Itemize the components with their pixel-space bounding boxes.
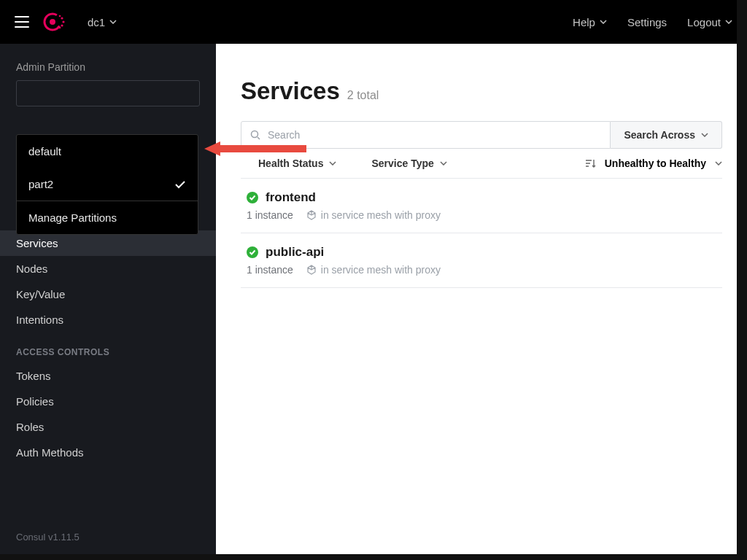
sidebar-item-intentions[interactable]: Intentions	[0, 307, 216, 332]
search-input[interactable]	[268, 129, 601, 141]
sidebar-item-tokens[interactable]: Tokens	[0, 363, 216, 389]
sidebar-item-policies[interactable]: Policies	[0, 389, 216, 414]
search-across-button[interactable]: Search Across	[611, 121, 722, 149]
status-healthy-icon	[247, 246, 258, 258]
chevron-down-icon	[715, 161, 722, 166]
chevron-down-icon	[701, 133, 708, 137]
partition-selector[interactable]	[16, 80, 200, 106]
checkmark-icon	[174, 180, 186, 189]
chevron-down-icon	[725, 20, 732, 24]
page-title: Services 2 total	[241, 77, 722, 105]
settings-link[interactable]: Settings	[627, 16, 667, 28]
service-name: frontend	[266, 190, 316, 205]
mesh-info: in service mesh with proxy	[306, 209, 441, 221]
sort-icon	[584, 158, 596, 168]
sort-control[interactable]: Unhealthy to Healthy	[584, 158, 722, 169]
datacenter-label: dc1	[88, 16, 105, 28]
status-healthy-icon	[247, 192, 258, 203]
partition-option-default[interactable]: default	[17, 135, 198, 168]
menu-icon[interactable]	[15, 16, 29, 28]
service-meta: 1 instance in service mesh with proxy	[247, 209, 716, 221]
topbar: dc1 Help Settings Logout	[0, 0, 747, 44]
logout-link[interactable]: Logout	[687, 16, 732, 28]
nav-section: Services Nodes Key/Value Intentions ACCE…	[0, 230, 216, 465]
sidebar-item-roles[interactable]: Roles	[0, 414, 216, 440]
service-row[interactable]: frontend 1 instance in service mesh with…	[241, 179, 722, 233]
frame-edge	[0, 554, 747, 560]
topbar-right: Help Settings Logout	[573, 16, 732, 28]
service-count: 2 total	[347, 89, 379, 102]
chevron-down-icon	[440, 161, 447, 166]
search-icon	[250, 130, 260, 140]
partition-label: Admin Partition	[0, 61, 216, 80]
filter-service-type[interactable]: Service Type	[371, 158, 446, 169]
access-controls-header: ACCESS CONTROLS	[0, 332, 216, 363]
topbar-left: dc1	[15, 10, 117, 34]
service-head: frontend	[247, 190, 716, 205]
search-row: Search Across	[241, 121, 722, 149]
mesh-info: in service mesh with proxy	[306, 264, 441, 276]
help-link[interactable]: Help	[573, 16, 607, 28]
svg-point-7	[252, 131, 258, 138]
sidebar-item-keyvalue[interactable]: Key/Value	[0, 281, 216, 307]
frame-edge	[737, 0, 747, 560]
mesh-icon	[306, 265, 317, 275]
chevron-down-icon	[600, 20, 607, 24]
main-content: Services 2 total Search Across Health St…	[216, 44, 747, 560]
svg-point-5	[59, 15, 61, 18]
annotation-arrow-icon	[204, 140, 306, 158]
instance-count: 1 instance	[247, 264, 293, 276]
sidebar-item-authmethods[interactable]: Auth Methods	[0, 440, 216, 465]
filter-health-status[interactable]: Health Status	[258, 158, 336, 169]
manage-partitions-link[interactable]: Manage Partitions	[17, 201, 198, 234]
mesh-icon	[306, 210, 317, 220]
chevron-down-icon	[329, 161, 336, 166]
service-name: public-api	[266, 245, 324, 260]
service-head: public-api	[247, 245, 716, 260]
chevron-down-icon	[109, 20, 117, 24]
svg-point-3	[62, 20, 64, 23]
service-meta: 1 instance in service mesh with proxy	[247, 264, 716, 276]
partition-option-part2[interactable]: part2	[17, 168, 198, 201]
svg-point-6	[59, 27, 61, 29]
consul-logo	[42, 10, 66, 34]
datacenter-selector[interactable]: dc1	[88, 16, 117, 28]
filters-row: Health Status Service Type Unhealthy to …	[241, 149, 722, 179]
version-label: Consul v1.11.5	[16, 532, 80, 542]
sidebar-item-nodes[interactable]: Nodes	[0, 256, 216, 281]
sidebar: Admin Partition default part2 Manage Par…	[0, 44, 216, 560]
svg-point-4	[61, 24, 63, 26]
page-heading: Services	[241, 77, 340, 105]
svg-point-1	[50, 19, 55, 25]
service-row[interactable]: public-api 1 instance in service mesh wi…	[241, 233, 722, 288]
instance-count: 1 instance	[247, 209, 293, 221]
partition-dropdown: default part2 Manage Partitions	[16, 134, 198, 235]
svg-point-2	[61, 17, 63, 19]
